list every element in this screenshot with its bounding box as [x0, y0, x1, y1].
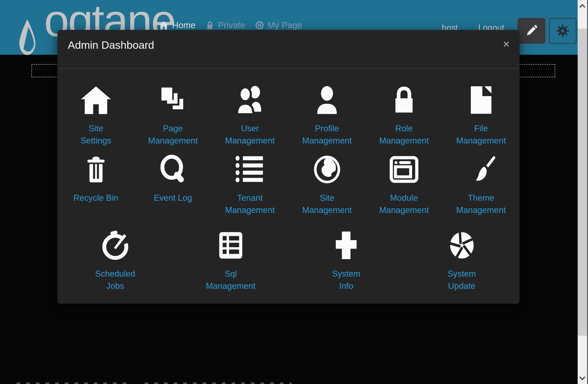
nav-item-label: Private [218, 21, 245, 30]
nav-item-home[interactable]: Home [159, 21, 195, 30]
settings-button[interactable] [549, 18, 577, 44]
tile-icon-box [389, 155, 419, 184]
lock-icon [389, 85, 419, 115]
tile-icon-box [448, 230, 475, 260]
tile-label: SiteManagement [302, 192, 352, 216]
list-icon [234, 155, 266, 184]
tile-module-management[interactable]: ModuleManagement [365, 155, 442, 216]
tile-icon-box [235, 85, 266, 115]
tile-icon-box [158, 85, 188, 115]
home-icon [159, 21, 168, 30]
tile-sql-management[interactable]: SqlManagement [173, 230, 289, 292]
tile-icon-box [82, 155, 110, 184]
tile-label: ProfileManagement [302, 122, 352, 147]
aperture-icon [448, 230, 475, 261]
clipped-bottom-text [145, 382, 292, 384]
chevron-up-icon [579, 4, 586, 8]
file-icon [468, 85, 495, 115]
nav-item-my-page[interactable]: My Page [255, 21, 302, 30]
scrollbar-thumb[interactable] [578, 29, 587, 336]
globe-icon [312, 155, 342, 184]
gear-icon [556, 24, 569, 38]
tile-label: ScheduledJobs [95, 268, 135, 292]
timer-icon [100, 230, 131, 261]
chevron-down-icon [579, 376, 586, 380]
tile-label: UserManagement [225, 122, 275, 147]
tile-row: Recycle BinEvent LogTenantManagementSite… [57, 155, 520, 216]
tile-label: TenantManagement [225, 192, 275, 216]
tile-label: SystemInfo [332, 268, 360, 292]
tile-icon-box [100, 230, 131, 260]
tile-label: ModuleManagement [379, 192, 429, 216]
modal-header-divider [57, 68, 520, 69]
tile-row: SiteSettingsPageManagementUserManagement… [57, 85, 520, 147]
pencil-icon [525, 25, 538, 37]
tile-icon-box [468, 85, 495, 115]
tile-icon-box [335, 230, 357, 260]
paintbrush-icon [466, 155, 496, 184]
modal-title: Admin Dashboard [68, 39, 154, 51]
tile-profile-management[interactable]: ProfileManagement [289, 85, 365, 147]
tile-icon-box [158, 155, 188, 184]
edit-mode-button[interactable] [518, 18, 546, 44]
tile-label: Recycle Bin [74, 192, 118, 204]
tile-label: Event Log [154, 192, 192, 204]
tile-label: FileManagement [456, 122, 506, 147]
clipped-bottom-text [17, 382, 127, 384]
tile-icon-box [466, 155, 496, 184]
tile-icon-box [80, 85, 112, 115]
tile-label: RoleManagement [379, 122, 429, 147]
logo-drop-icon [18, 19, 37, 56]
trash-icon [82, 156, 110, 183]
tile-theme-management[interactable]: ThemeManagement [443, 155, 520, 216]
app-window: oqtane HomePrivateMy Page host Logout Ad… [0, 0, 588, 384]
person-icon [314, 85, 340, 115]
pages-icon [158, 85, 188, 115]
tile-icon-box [234, 155, 266, 184]
tile-system-update[interactable]: SystemUpdate [404, 230, 520, 292]
tile-event-log[interactable]: Event Log [134, 155, 211, 216]
tile-site-management[interactable]: SiteManagement [289, 155, 365, 216]
tile-icon-box [389, 85, 419, 115]
nav-item-private[interactable]: Private [206, 21, 245, 30]
tile-page-management[interactable]: PageManagement [134, 85, 211, 147]
vertical-scrollbar[interactable] [578, 0, 587, 384]
tile-icon-box [314, 85, 340, 115]
window-edge [587, 0, 588, 384]
tile-recycle-bin[interactable]: Recycle Bin [57, 155, 134, 216]
target-icon [255, 21, 264, 30]
tile-label: PageManagement [148, 122, 198, 147]
tile-scheduled-jobs[interactable]: ScheduledJobs [57, 230, 173, 292]
medical-cross-icon [335, 231, 357, 260]
browser-icon [389, 155, 419, 184]
nav-item-label: Home [172, 21, 195, 30]
tile-tenant-management[interactable]: TenantManagement [211, 155, 289, 216]
scroll-up-button[interactable] [578, 0, 587, 12]
home-icon [80, 85, 112, 115]
tile-label: SqlManagement [206, 268, 256, 292]
tile-icon-box [217, 230, 244, 260]
tile-role-management[interactable]: RoleManagement [365, 85, 442, 147]
magnifier-icon [158, 155, 188, 184]
tile-row: ScheduledJobsSqlManagementSystemInfoSyst… [57, 230, 520, 292]
nav-item-label: My Page [268, 21, 302, 30]
tile-file-management[interactable]: FileManagement [443, 85, 520, 147]
people-icon [235, 85, 266, 115]
lock-icon [206, 21, 214, 30]
tile-label: ThemeManagement [456, 192, 506, 216]
admin-dashboard-modal: Admin Dashboard ✕ SiteSettingsPageManage… [57, 30, 520, 304]
tile-site-settings[interactable]: SiteSettings [57, 85, 134, 147]
tile-icon-box [312, 155, 342, 184]
spreadsheet-icon [217, 231, 244, 260]
scroll-down-button[interactable] [578, 372, 587, 384]
tile-system-info[interactable]: SystemInfo [289, 230, 404, 292]
tile-label: SystemUpdate [448, 268, 476, 292]
close-icon[interactable]: ✕ [503, 40, 510, 49]
tile-user-management[interactable]: UserManagement [211, 85, 289, 147]
tile-label: SiteSettings [81, 122, 111, 147]
